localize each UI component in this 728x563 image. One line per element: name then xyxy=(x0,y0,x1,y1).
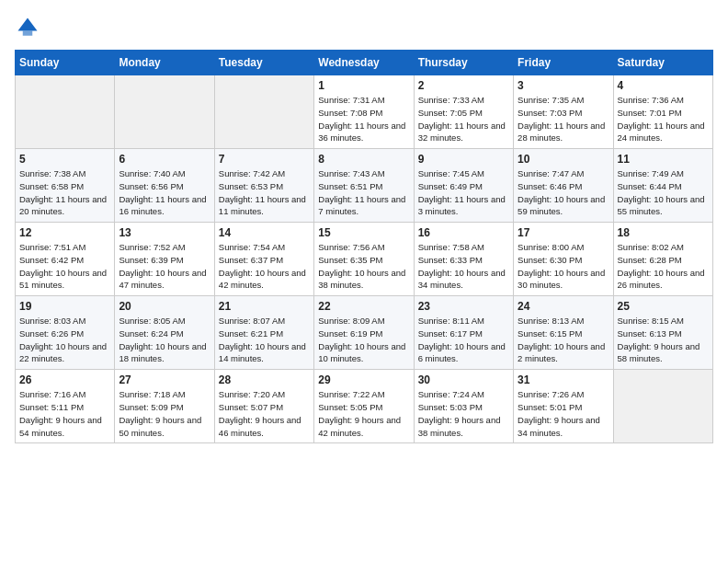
day-number: 10 xyxy=(518,153,609,166)
calendar-cell: 4Sunrise: 7:36 AMSunset: 7:01 PMDaylight… xyxy=(613,75,712,149)
calendar-header-thursday: Thursday xyxy=(414,51,513,75)
day-info: Sunrise: 7:24 AMSunset: 5:03 PMDaylight:… xyxy=(418,388,509,439)
calendar-header-monday: Monday xyxy=(115,51,214,75)
day-info: Sunrise: 7:33 AMSunset: 7:05 PMDaylight:… xyxy=(418,94,509,144)
calendar-week-row: 19Sunrise: 8:03 AMSunset: 6:26 PMDayligh… xyxy=(16,296,713,370)
calendar-cell xyxy=(16,75,115,149)
calendar-header-saturday: Saturday xyxy=(613,51,712,75)
day-info: Sunrise: 7:52 AMSunset: 6:39 PMDaylight:… xyxy=(119,241,210,292)
day-number: 26 xyxy=(19,373,110,386)
day-number: 31 xyxy=(518,373,609,386)
day-number: 23 xyxy=(418,300,509,313)
day-info: Sunrise: 8:09 AMSunset: 6:19 PMDaylight:… xyxy=(318,315,409,365)
day-number: 9 xyxy=(418,153,509,166)
day-info: Sunrise: 7:18 AMSunset: 5:09 PMDaylight:… xyxy=(119,388,210,439)
day-number: 13 xyxy=(119,226,210,239)
calendar-header-friday: Friday xyxy=(514,51,613,75)
calendar-cell: 5Sunrise: 7:38 AMSunset: 6:58 PMDaylight… xyxy=(16,149,115,223)
logo xyxy=(15,15,44,40)
day-number: 14 xyxy=(219,226,310,239)
day-number: 2 xyxy=(418,79,509,92)
calendar-cell: 27Sunrise: 7:18 AMSunset: 5:09 PMDayligh… xyxy=(115,370,214,443)
day-info: Sunrise: 7:16 AMSunset: 5:11 PMDaylight:… xyxy=(19,388,110,439)
calendar-cell: 7Sunrise: 7:42 AMSunset: 6:53 PMDaylight… xyxy=(214,149,313,223)
day-number: 8 xyxy=(318,153,409,166)
day-number: 27 xyxy=(119,373,210,386)
day-info: Sunrise: 8:07 AMSunset: 6:21 PMDaylight:… xyxy=(219,315,310,365)
day-number: 15 xyxy=(318,226,409,239)
calendar-cell: 23Sunrise: 8:11 AMSunset: 6:17 PMDayligh… xyxy=(414,296,513,370)
day-info: Sunrise: 7:51 AMSunset: 6:42 PMDaylight:… xyxy=(19,241,110,292)
day-number: 18 xyxy=(618,226,709,239)
day-number: 12 xyxy=(19,226,110,239)
day-number: 1 xyxy=(318,79,409,92)
day-info: Sunrise: 7:42 AMSunset: 6:53 PMDaylight:… xyxy=(219,167,310,218)
page-header xyxy=(15,15,713,40)
logo-icon xyxy=(15,15,40,40)
day-info: Sunrise: 7:58 AMSunset: 6:33 PMDaylight:… xyxy=(418,241,509,292)
calendar-cell: 8Sunrise: 7:43 AMSunset: 6:51 PMDaylight… xyxy=(314,149,414,223)
day-number: 16 xyxy=(418,226,509,239)
svg-marker-0 xyxy=(18,18,38,31)
day-number: 30 xyxy=(418,373,509,386)
day-info: Sunrise: 8:00 AMSunset: 6:30 PMDaylight:… xyxy=(518,241,609,292)
day-info: Sunrise: 7:49 AMSunset: 6:44 PMDaylight:… xyxy=(618,167,709,218)
day-info: Sunrise: 7:35 AMSunset: 7:03 PMDaylight:… xyxy=(518,94,609,144)
day-info: Sunrise: 7:26 AMSunset: 5:01 PMDaylight:… xyxy=(518,388,609,439)
calendar-week-row: 12Sunrise: 7:51 AMSunset: 6:42 PMDayligh… xyxy=(16,223,713,296)
day-info: Sunrise: 7:31 AMSunset: 7:08 PMDaylight:… xyxy=(318,94,409,144)
day-number: 25 xyxy=(618,300,709,313)
calendar-cell: 14Sunrise: 7:54 AMSunset: 6:37 PMDayligh… xyxy=(214,223,313,296)
calendar-body: 1Sunrise: 7:31 AMSunset: 7:08 PMDaylight… xyxy=(16,75,713,443)
day-info: Sunrise: 7:56 AMSunset: 6:35 PMDaylight:… xyxy=(318,241,409,292)
day-info: Sunrise: 7:22 AMSunset: 5:05 PMDaylight:… xyxy=(318,388,409,439)
calendar-cell: 9Sunrise: 7:45 AMSunset: 6:49 PMDaylight… xyxy=(414,149,513,223)
day-info: Sunrise: 7:38 AMSunset: 6:58 PMDaylight:… xyxy=(19,167,110,218)
calendar-cell: 18Sunrise: 8:02 AMSunset: 6:28 PMDayligh… xyxy=(613,223,712,296)
calendar-cell: 15Sunrise: 7:56 AMSunset: 6:35 PMDayligh… xyxy=(314,223,414,296)
calendar-cell: 20Sunrise: 8:05 AMSunset: 6:24 PMDayligh… xyxy=(115,296,214,370)
day-info: Sunrise: 7:36 AMSunset: 7:01 PMDaylight:… xyxy=(618,94,709,144)
calendar-table: SundayMondayTuesdayWednesdayThursdayFrid… xyxy=(15,50,713,443)
calendar-cell: 13Sunrise: 7:52 AMSunset: 6:39 PMDayligh… xyxy=(115,223,214,296)
day-info: Sunrise: 7:47 AMSunset: 6:46 PMDaylight:… xyxy=(518,167,609,218)
calendar-cell: 28Sunrise: 7:20 AMSunset: 5:07 PMDayligh… xyxy=(214,370,313,443)
calendar-cell: 26Sunrise: 7:16 AMSunset: 5:11 PMDayligh… xyxy=(16,370,115,443)
day-info: Sunrise: 8:13 AMSunset: 6:15 PMDaylight:… xyxy=(518,315,609,365)
day-info: Sunrise: 7:43 AMSunset: 6:51 PMDaylight:… xyxy=(318,167,409,218)
day-info: Sunrise: 7:40 AMSunset: 6:56 PMDaylight:… xyxy=(119,167,210,218)
day-number: 20 xyxy=(119,300,210,313)
calendar-cell xyxy=(214,75,313,149)
day-number: 17 xyxy=(518,226,609,239)
calendar-cell xyxy=(115,75,214,149)
day-info: Sunrise: 8:05 AMSunset: 6:24 PMDaylight:… xyxy=(119,315,210,365)
day-number: 29 xyxy=(318,373,409,386)
day-number: 22 xyxy=(318,300,409,313)
calendar-cell xyxy=(613,370,712,443)
calendar-cell: 11Sunrise: 7:49 AMSunset: 6:44 PMDayligh… xyxy=(613,149,712,223)
calendar-cell: 16Sunrise: 7:58 AMSunset: 6:33 PMDayligh… xyxy=(414,223,513,296)
calendar-cell: 2Sunrise: 7:33 AMSunset: 7:05 PMDaylight… xyxy=(414,75,513,149)
svg-rect-1 xyxy=(23,31,33,36)
calendar-header-wednesday: Wednesday xyxy=(314,51,414,75)
day-info: Sunrise: 7:45 AMSunset: 6:49 PMDaylight:… xyxy=(418,167,509,218)
calendar-cell: 10Sunrise: 7:47 AMSunset: 6:46 PMDayligh… xyxy=(514,149,613,223)
day-number: 24 xyxy=(518,300,609,313)
calendar-cell: 19Sunrise: 8:03 AMSunset: 6:26 PMDayligh… xyxy=(16,296,115,370)
day-info: Sunrise: 8:11 AMSunset: 6:17 PMDaylight:… xyxy=(418,315,509,365)
calendar-header-row: SundayMondayTuesdayWednesdayThursdayFrid… xyxy=(16,51,713,75)
calendar-week-row: 26Sunrise: 7:16 AMSunset: 5:11 PMDayligh… xyxy=(16,370,713,443)
day-number: 7 xyxy=(219,153,310,166)
day-info: Sunrise: 8:15 AMSunset: 6:13 PMDaylight:… xyxy=(618,315,709,365)
day-number: 4 xyxy=(618,79,709,92)
calendar-cell: 6Sunrise: 7:40 AMSunset: 6:56 PMDaylight… xyxy=(115,149,214,223)
calendar-cell: 22Sunrise: 8:09 AMSunset: 6:19 PMDayligh… xyxy=(314,296,414,370)
day-number: 19 xyxy=(19,300,110,313)
calendar-week-row: 5Sunrise: 7:38 AMSunset: 6:58 PMDaylight… xyxy=(16,149,713,223)
day-info: Sunrise: 7:20 AMSunset: 5:07 PMDaylight:… xyxy=(219,388,310,439)
calendar-header-tuesday: Tuesday xyxy=(214,51,313,75)
calendar-cell: 24Sunrise: 8:13 AMSunset: 6:15 PMDayligh… xyxy=(514,296,613,370)
day-info: Sunrise: 8:02 AMSunset: 6:28 PMDaylight:… xyxy=(618,241,709,292)
day-number: 21 xyxy=(219,300,310,313)
calendar-cell: 30Sunrise: 7:24 AMSunset: 5:03 PMDayligh… xyxy=(414,370,513,443)
